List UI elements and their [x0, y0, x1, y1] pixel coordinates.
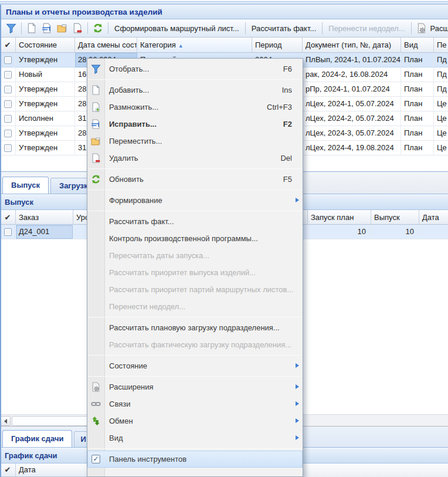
- column-header-order[interactable]: Заказ: [16, 210, 73, 225]
- cell-dept: Пд: [434, 82, 448, 97]
- row-checkbox[interactable]: [0, 225, 16, 239]
- refresh-icon: [93, 23, 103, 33]
- column-header-document[interactable]: Документ (тип, №, дата): [303, 38, 401, 53]
- column-header-output[interactable]: Выпуск: [371, 210, 419, 225]
- cell-state: Утвержден: [16, 126, 75, 141]
- schedule-panel-title: График сдачи: [0, 451, 57, 460]
- cell-kind: План: [401, 141, 434, 155]
- copy-document-icon: [91, 102, 101, 112]
- menu-item-extensions[interactable]: Расширения: [87, 378, 303, 395]
- menu-item-formation[interactable]: Формирование: [87, 192, 303, 209]
- exchange-arrows-icon: [91, 416, 101, 426]
- cell-kind: План: [401, 82, 434, 97]
- scroll-left-button[interactable]: [1, 416, 11, 426]
- extension-gear-icon: [91, 382, 101, 392]
- cell-state: Исполнен: [16, 111, 75, 126]
- window-left-edge: [0, 5, 1, 477]
- cell-document: лЦех, 2024-3, 05.07.2024: [303, 126, 401, 141]
- column-header-period[interactable]: Период: [252, 38, 303, 53]
- menu-item-edit[interactable]: Исправить...F2: [87, 116, 303, 133]
- cell-date: [419, 225, 448, 239]
- refresh-button[interactable]: [90, 21, 106, 35]
- page-title: Планы и отчеты производства изделий: [0, 8, 162, 16]
- menu-item-select[interactable]: Отобрать...F6: [87, 60, 303, 77]
- cell-output: 10: [371, 225, 419, 239]
- menu-item-recalc-launch-dates: Пересчитать даты запуска...: [87, 247, 303, 264]
- toolbar-separator: [245, 22, 246, 34]
- submenu-arrow-icon: [296, 198, 299, 202]
- row-checkbox[interactable]: [0, 141, 16, 155]
- menu-item-calc-actual-load: Рассчитать фактическую загрузку подразде…: [87, 336, 303, 353]
- cell-document: ПлВып, 2024-1, 01.07.2024: [303, 53, 401, 67]
- delete-button[interactable]: [70, 21, 85, 35]
- column-header-category[interactable]: Категория▲: [137, 38, 252, 53]
- cell-state: Новый: [16, 67, 75, 82]
- filter-icon: [91, 64, 101, 74]
- menu-item-add[interactable]: Добавить...Ins: [87, 82, 303, 99]
- refresh-icon: [91, 174, 101, 184]
- row-checkbox[interactable]: [0, 82, 16, 97]
- column-header-state[interactable]: Состояние: [16, 38, 75, 53]
- app-window: Планы и отчеты производства изделий Сфор…: [0, 0, 448, 477]
- extensions-button[interactable]: Расши: [414, 21, 448, 35]
- menu-item-links[interactable]: Связи: [87, 395, 303, 412]
- plans-grid-header: ✔ Состояние Дата смены сост Категория▲ П…: [0, 38, 448, 53]
- toolbar-separator: [322, 22, 323, 34]
- panel-title-bar: Планы и отчеты производства изделий: [0, 5, 448, 19]
- menu-item-refresh[interactable]: ОбновитьF5: [87, 171, 303, 188]
- row-checkbox[interactable]: [0, 53, 16, 67]
- row-checkbox[interactable]: [0, 97, 16, 111]
- scroll-left-icon: [4, 419, 7, 424]
- toolbar-separator: [21, 22, 22, 34]
- header-check-column[interactable]: ✔: [0, 210, 16, 225]
- cell-kind: План: [401, 126, 434, 141]
- menu-separator: [89, 355, 301, 356]
- edit-button[interactable]: [39, 21, 55, 35]
- filter-button[interactable]: [4, 21, 19, 35]
- submenu-arrow-icon: [296, 384, 299, 389]
- menu-item-program-control[interactable]: Контроль производственной программы...: [87, 230, 303, 247]
- menu-separator: [89, 317, 301, 317]
- column-header-dept[interactable]: Пе: [434, 38, 448, 53]
- header-check-column[interactable]: ✔: [0, 38, 16, 53]
- cell-dept: Це: [434, 97, 448, 111]
- row-checkbox[interactable]: [0, 111, 16, 126]
- make-route-sheet-button[interactable]: Сформировать маршрутный лист...: [111, 24, 243, 33]
- column-header-kind[interactable]: Вид: [401, 38, 434, 53]
- row-checkbox[interactable]: [0, 67, 16, 82]
- tab-vypusk[interactable]: Выпуск: [2, 177, 49, 194]
- calc-fact-button[interactable]: Рассчитать факт...: [248, 24, 320, 33]
- menu-item-calc-fact[interactable]: Рассчитать факт...: [87, 213, 303, 230]
- menu-item-move[interactable]: Переместить...: [87, 133, 303, 150]
- filter-icon: [6, 23, 16, 33]
- cell-dept: Це: [434, 126, 448, 141]
- cell-state: Утвержден: [16, 97, 75, 111]
- menu-item-toolbar-toggle[interactable]: ✓ Панель инструментов: [87, 451, 303, 468]
- cell-dept: Пд: [434, 53, 448, 67]
- cell-document: лЦех, 2024-1, 05.07.2024: [303, 97, 401, 111]
- column-header-date[interactable]: Дата: [419, 210, 448, 225]
- menu-separator: [89, 376, 301, 377]
- header-check-column[interactable]: ✔: [0, 464, 16, 477]
- window-top-edge: [0, 0, 448, 5]
- menu-item-duplicate[interactable]: Размножить...Ctrl+F3: [87, 99, 303, 116]
- menu-item-priority-output: Рассчитать приоритет выпуска изделий...: [87, 264, 303, 281]
- output-panel-title: Выпуск: [0, 198, 33, 207]
- cell-launch-plan: 10: [308, 225, 371, 239]
- menu-item-state[interactable]: Состояние: [87, 357, 303, 374]
- column-header-launch-plan[interactable]: Запуск план: [308, 210, 371, 225]
- menu-item-calc-planned-load[interactable]: Рассчитать плановую загрузку подразделен…: [87, 319, 303, 336]
- add-button[interactable]: [24, 21, 39, 35]
- cell-document: рак, 2024-2, 16.08.2024: [303, 67, 401, 82]
- menu-separator: [89, 168, 301, 169]
- menu-item-delete[interactable]: УдалитьDel: [87, 150, 303, 167]
- move-button[interactable]: [55, 21, 70, 35]
- tab-schedule[interactable]: График сдачи: [2, 430, 72, 447]
- menu-item-view[interactable]: Вид: [87, 429, 303, 446]
- column-header-date[interactable]: Дата смены сост: [75, 38, 137, 53]
- submenu-arrow-icon: [296, 363, 299, 368]
- move-folder-icon: [91, 136, 101, 146]
- row-checkbox[interactable]: [0, 126, 16, 141]
- menu-item-exchange[interactable]: Обмен: [87, 412, 303, 429]
- toolbar: Сформировать маршрутный лист... Рассчита…: [0, 19, 448, 38]
